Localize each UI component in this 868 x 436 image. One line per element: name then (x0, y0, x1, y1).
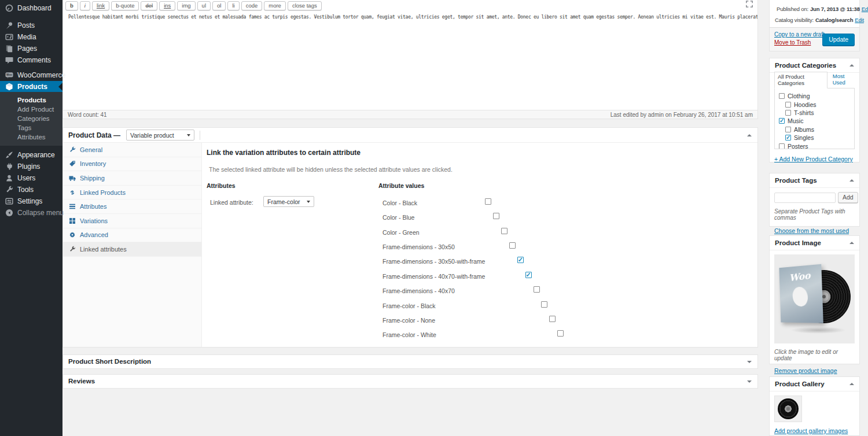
tab-inventory[interactable]: Inventory (63, 157, 201, 172)
category-checkbox[interactable] (779, 93, 785, 99)
close-tags-button[interactable]: close tags (288, 1, 322, 10)
sidebar-item-dashboard[interactable]: Dashboard (0, 2, 62, 14)
li-button[interactable]: li (227, 1, 239, 10)
submenu-item-tags[interactable]: Tags (0, 123, 62, 132)
panel-toggle-icon[interactable] (849, 242, 854, 244)
category-checkbox[interactable] (785, 127, 791, 132)
published-on-value: Jun 7, 2013 @ 11:38 (810, 6, 860, 12)
category-checkbox[interactable] (785, 102, 791, 108)
bold-button[interactable]: b (65, 1, 78, 10)
tab-shipping[interactable]: Shipping (63, 171, 201, 186)
submenu-item-categories[interactable]: Categories (0, 114, 62, 123)
sidebar-item-comments[interactable]: Comments (0, 54, 62, 66)
blockquote-button[interactable]: b-quote (111, 1, 139, 10)
select-arrow-icon (307, 201, 310, 203)
tags-title: Product Tags (775, 177, 817, 184)
tab-advanced[interactable]: Advanced (63, 228, 201, 243)
attribute-value-checkbox[interactable] (549, 316, 556, 322)
category-checkbox[interactable] (779, 143, 785, 149)
attribute-value-label: Frame-dimensions - 40x70 (382, 287, 455, 294)
linked-attribute-select[interactable]: Frame-color (263, 196, 314, 207)
panel-toggle-icon[interactable] (849, 64, 854, 66)
edit-catalog-link[interactable]: Edit (855, 17, 864, 23)
tab-general[interactable]: General (63, 143, 201, 157)
ins-button[interactable]: ins (159, 1, 175, 10)
category-item[interactable]: Posters (779, 142, 854, 149)
category-item[interactable]: Hoodies (779, 100, 854, 108)
category-item[interactable]: Singles (779, 134, 854, 142)
editor-textarea[interactable]: Pellentesque habitant morbi tristique se… (63, 10, 757, 24)
del-button[interactable]: del (141, 1, 157, 10)
category-checklist[interactable]: Clothing Hoodies T-shirts Music Albums S… (774, 88, 855, 149)
tab-attributes[interactable]: Attributes (63, 199, 201, 214)
add-new-category-link[interactable]: + Add New Product Category (774, 156, 853, 162)
tab-variations[interactable]: Variations (63, 214, 201, 228)
wrench-icon (69, 146, 76, 153)
reviews-panel[interactable]: Reviews (62, 374, 758, 389)
attribute-value-checkbox[interactable] (501, 228, 507, 234)
submenu-item-attributes[interactable]: Attributes (0, 132, 62, 142)
submenu-item-add-product[interactable]: Add Product (0, 105, 62, 114)
category-item[interactable]: Music (779, 117, 854, 125)
remove-product-image-link[interactable]: Remove product image (774, 367, 837, 374)
new-tag-input[interactable] (774, 193, 836, 203)
update-button[interactable]: Update (822, 34, 855, 46)
tab-linked-attributes[interactable]: Linked attributes (63, 242, 201, 257)
more-button[interactable]: more (264, 1, 286, 10)
add-tag-button[interactable]: Add (838, 192, 858, 203)
tab-all-categories[interactable]: All Product Categories (774, 72, 827, 88)
sidebar-item-media[interactable]: Media (0, 31, 62, 43)
sidebar-item-plugins[interactable]: Plugins (0, 161, 62, 172)
tab-linked-products[interactable]: Linked Products (63, 186, 201, 200)
panel-toggle-icon[interactable] (849, 383, 854, 385)
publish-panel: Published on: Jun 7, 2013 @ 11:38 Edit C… (769, 0, 860, 51)
attribute-value-checkbox[interactable] (557, 330, 564, 337)
gear-icon (69, 231, 76, 238)
sidebar-item-collapse-menu[interactable]: Collapse menu (0, 207, 62, 219)
linked-attributes-panel: Link the variation attributes to certain… (202, 143, 757, 347)
move-to-trash-link[interactable]: Move to Trash (774, 39, 811, 46)
add-gallery-images-link[interactable]: Add product gallery images (774, 427, 848, 434)
distraction-free-icon[interactable] (746, 1, 753, 9)
category-item[interactable]: Clothing (779, 92, 854, 100)
attribute-value-checkbox[interactable] (525, 272, 532, 278)
ol-button[interactable]: ol (212, 1, 226, 10)
panel-toggle-icon[interactable] (747, 380, 752, 383)
sidebar-item-settings[interactable]: Settings (0, 195, 62, 207)
sidebar-item-posts[interactable]: Posts (0, 20, 62, 31)
sidebar-item-woocommerce[interactable]: Woo WooCommerce (0, 69, 62, 81)
product-image-thumbnail[interactable]: Woo (774, 254, 855, 343)
italic-button[interactable]: i (80, 1, 90, 10)
tab-most-used[interactable]: Most Used (833, 73, 855, 86)
gallery-thumbnail[interactable] (774, 396, 802, 422)
ul-button[interactable]: ul (197, 1, 211, 10)
link-button[interactable]: link (92, 1, 109, 10)
sidebar-item-users[interactable]: Users (0, 172, 62, 184)
submenu-item-products[interactable]: Products (0, 95, 62, 105)
edit-published-link[interactable]: Edit (862, 6, 868, 12)
product-type-select[interactable]: Variable product (126, 130, 194, 141)
attribute-value-checkbox[interactable] (534, 286, 540, 293)
attribute-value-checkbox[interactable] (485, 198, 491, 205)
sidebar-item-products[interactable]: Products (0, 81, 62, 92)
attribute-value-checkbox[interactable] (541, 301, 547, 308)
attribute-value-checkbox[interactable] (509, 242, 516, 249)
copy-to-draft-link[interactable]: Copy to a new draft (774, 31, 825, 38)
panel-toggle-icon[interactable] (747, 134, 752, 136)
sidebar-item-appearance[interactable]: Appearance (0, 149, 62, 161)
code-button[interactable]: code (241, 1, 263, 10)
panel-toggle-icon[interactable] (849, 179, 854, 182)
attribute-value-checkbox[interactable] (493, 213, 499, 219)
category-item[interactable]: Albums (779, 125, 854, 134)
category-checkbox[interactable] (779, 118, 785, 124)
sidebar-item-pages[interactable]: Pages (0, 43, 62, 54)
attribute-value-checkbox[interactable] (517, 257, 524, 263)
panel-description: The selected linked attribute will be hi… (209, 166, 453, 173)
sidebar-item-tools[interactable]: Tools (0, 184, 62, 195)
category-item[interactable]: T-shirts (779, 109, 854, 117)
category-checkbox[interactable] (785, 135, 791, 141)
short-description-panel[interactable]: Product Short Description (62, 354, 758, 369)
category-checkbox[interactable] (785, 110, 791, 116)
img-button[interactable]: img (177, 1, 195, 10)
panel-toggle-icon[interactable] (747, 361, 752, 363)
